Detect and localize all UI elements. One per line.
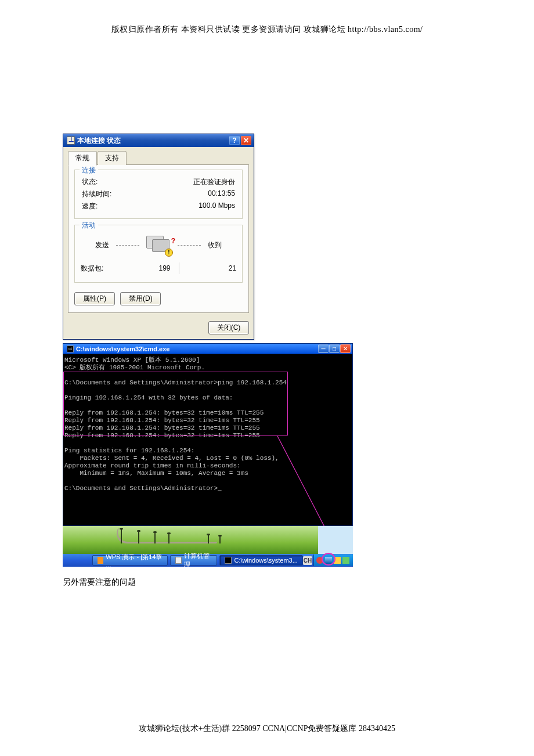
tray-shield-icon[interactable]	[316, 557, 323, 564]
dialog-title: 本地连接 状态	[77, 136, 228, 146]
close-button[interactable]: ✕	[241, 136, 251, 145]
close-dialog-button[interactable]: 关闭(C)	[208, 321, 249, 334]
cmd-icon: c\	[67, 345, 74, 352]
tab-page-general: 连接 状态: 正在验证身份 持续时间: 00:13:55 速度: 100.0 M…	[68, 164, 249, 313]
content-area: 本地连接 状态 ? ✕ 常规 支持 连接 状态: 正在验证身份 持续时间: 00…	[63, 134, 376, 588]
page-header: 版权归原作者所有 本资料只供试读 更多资源请访问 攻城狮论坛 http://bb…	[0, 0, 534, 35]
taskbar[interactable]: WPS 演示 - [第14章 ... 计算机管理 C:\windows\syst…	[63, 554, 353, 567]
speed-label: 速度:	[82, 201, 98, 211]
lan-status-dialog: 本地连接 状态 ? ✕ 常规 支持 连接 状态: 正在验证身份 持续时间: 00…	[63, 134, 254, 340]
page-footer: 攻城狮论坛(技术+生活)群 2258097 CCNA|CCNP免费答疑题库 28…	[0, 723, 534, 734]
properties-button[interactable]: 属性(P)	[74, 292, 115, 305]
connection-legend: 连接	[80, 165, 98, 175]
packets-recv-value: 21	[187, 264, 237, 272]
taskbar-item-label: 计算机管理	[184, 552, 212, 569]
dialog-titlebar[interactable]: 本地连接 状态 ? ✕	[63, 134, 254, 147]
tray-network-icon[interactable]	[325, 557, 332, 564]
taskbar-item-label: C:\windows\system3...	[234, 557, 297, 564]
desktop-wallpaper-strip	[63, 526, 353, 554]
network-computers-icon: ?!	[146, 236, 171, 254]
terminal-output[interactable]: Microsoft Windows XP [版本 5.1.2600] <C> 版…	[63, 354, 353, 526]
dash-line	[178, 245, 201, 246]
disable-button[interactable]: 禁用(D)	[120, 292, 161, 305]
duration-label: 持续时间:	[82, 189, 111, 199]
computer-management-icon	[175, 557, 182, 564]
separator	[179, 262, 179, 274]
taskbar-item-wps[interactable]: WPS 演示 - [第14章 ...	[92, 555, 168, 566]
cmd-icon	[225, 557, 232, 564]
taskbar-item-label: WPS 演示 - [第14章 ...	[106, 553, 163, 568]
status-label: 状态:	[82, 177, 98, 187]
language-indicator[interactable]: CH	[303, 556, 312, 565]
cmd-window: c\ C:\windows\system32\cmd.exe ─ □ ✕ Mic…	[63, 343, 353, 526]
packets-sent-value: 199	[121, 264, 171, 272]
taskbar-item-compmgmt[interactable]: 计算机管理	[170, 555, 218, 566]
body-paragraph: 另外需要注意的问题	[63, 577, 376, 588]
taskbar-item-cmd[interactable]: C:\windows\system3...	[219, 555, 302, 566]
minimize-button[interactable]: ─	[318, 344, 329, 353]
packets-label: 数据包:	[81, 264, 121, 273]
tray-safely-remove-icon[interactable]	[342, 557, 349, 564]
system-tray[interactable]	[313, 555, 353, 566]
activity-legend: 活动	[80, 221, 98, 231]
received-label: 收到	[208, 240, 222, 250]
duration-value: 00:13:55	[208, 189, 235, 199]
speed-value: 100.0 Mbps	[199, 201, 235, 211]
dash-line	[116, 245, 139, 246]
tray-volume-icon[interactable]	[334, 557, 341, 564]
tab-general[interactable]: 常规	[68, 151, 97, 165]
group-connection: 连接 状态: 正在验证身份 持续时间: 00:13:55 速度: 100.0 M…	[74, 170, 243, 219]
group-activity: 活动 发送 ?! 收到 数据包: 199	[74, 225, 243, 283]
status-value: 正在验证身份	[193, 177, 235, 187]
cmd-title: C:\windows\system32\cmd.exe	[76, 345, 318, 352]
sent-label: 发送	[95, 240, 109, 250]
cmd-titlebar[interactable]: c\ C:\windows\system32\cmd.exe ─ □ ✕	[63, 343, 353, 354]
maximize-button[interactable]: □	[329, 344, 340, 353]
help-button[interactable]: ?	[229, 136, 240, 145]
wps-icon	[98, 557, 104, 564]
close-button[interactable]: ✕	[340, 344, 351, 353]
network-icon	[67, 136, 75, 145]
tab-support[interactable]: 支持	[98, 151, 127, 165]
